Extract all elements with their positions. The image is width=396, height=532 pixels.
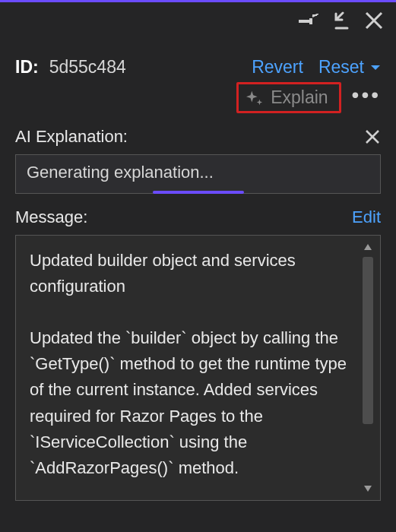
explain-button[interactable]: Explain xyxy=(236,82,341,113)
reset-button-label: Reset xyxy=(318,57,364,78)
progress-bar xyxy=(153,191,244,194)
chevron-down-icon xyxy=(370,64,381,71)
more-icon[interactable]: ••• xyxy=(352,91,381,105)
panel-content: ID: 5d55c484 Revert Reset Explain ••• AI… xyxy=(0,39,396,501)
commit-details-panel: ID: 5d55c484 Revert Reset Explain ••• AI… xyxy=(0,0,396,532)
generating-text: Generating explanation... xyxy=(27,163,214,182)
id-label: ID: xyxy=(15,57,39,78)
revert-button[interactable]: Revert xyxy=(252,57,303,78)
scrollbar[interactable] xyxy=(360,240,375,496)
close-icon[interactable] xyxy=(364,128,381,145)
explain-row: Explain ••• xyxy=(15,82,381,113)
edit-button[interactable]: Edit xyxy=(352,207,381,227)
collapse-icon[interactable] xyxy=(332,11,350,30)
scroll-up-icon[interactable] xyxy=(360,240,375,254)
message-section-header: Message: Edit xyxy=(15,207,381,227)
close-icon[interactable] xyxy=(364,11,384,30)
scroll-down-icon[interactable] xyxy=(360,482,375,496)
panel-toolbar xyxy=(0,2,396,39)
ai-section-header: AI Explanation: xyxy=(15,127,381,147)
pin-icon[interactable] xyxy=(299,14,318,27)
sparkle-icon xyxy=(246,90,263,106)
svg-rect-1 xyxy=(309,18,312,24)
ai-explanation-box: Generating explanation... xyxy=(15,154,381,194)
id-row: ID: 5d55c484 Revert Reset xyxy=(15,39,381,78)
scroll-thumb[interactable] xyxy=(363,257,373,424)
explain-label: Explain xyxy=(271,87,328,108)
ai-section-label: AI Explanation: xyxy=(15,127,128,147)
message-box: Updated builder object and services conf… xyxy=(15,235,381,501)
message-text[interactable]: Updated builder object and services conf… xyxy=(30,248,351,481)
reset-button[interactable]: Reset xyxy=(318,57,381,78)
id-value: 5d55c484 xyxy=(49,57,126,78)
message-section-label: Message: xyxy=(15,207,87,227)
